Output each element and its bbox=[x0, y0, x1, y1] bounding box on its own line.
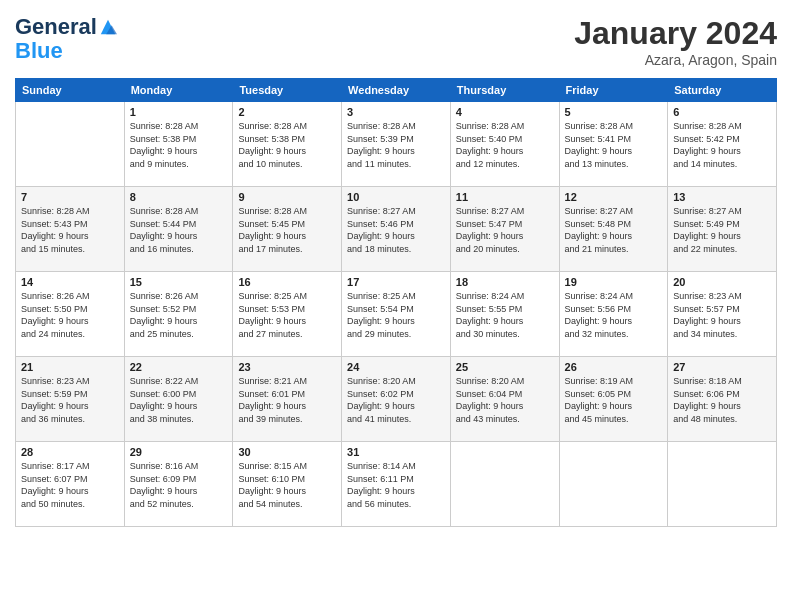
day-cell: 19Sunrise: 8:24 AM Sunset: 5:56 PM Dayli… bbox=[559, 272, 668, 357]
day-info: Sunrise: 8:24 AM Sunset: 5:56 PM Dayligh… bbox=[565, 290, 663, 340]
logo-icon bbox=[99, 18, 117, 36]
col-header-sunday: Sunday bbox=[16, 79, 125, 102]
day-info: Sunrise: 8:17 AM Sunset: 6:07 PM Dayligh… bbox=[21, 460, 119, 510]
day-info: Sunrise: 8:24 AM Sunset: 5:55 PM Dayligh… bbox=[456, 290, 554, 340]
day-number: 31 bbox=[347, 446, 445, 458]
day-cell: 14Sunrise: 8:26 AM Sunset: 5:50 PM Dayli… bbox=[16, 272, 125, 357]
day-number: 9 bbox=[238, 191, 336, 203]
header: General Blue January 2024 Azara, Aragon,… bbox=[15, 15, 777, 68]
day-cell: 21Sunrise: 8:23 AM Sunset: 5:59 PM Dayli… bbox=[16, 357, 125, 442]
col-header-tuesday: Tuesday bbox=[233, 79, 342, 102]
day-cell: 30Sunrise: 8:15 AM Sunset: 6:10 PM Dayli… bbox=[233, 442, 342, 527]
calendar-table: SundayMondayTuesdayWednesdayThursdayFrid… bbox=[15, 78, 777, 527]
day-info: Sunrise: 8:23 AM Sunset: 5:57 PM Dayligh… bbox=[673, 290, 771, 340]
day-cell: 2Sunrise: 8:28 AM Sunset: 5:38 PM Daylig… bbox=[233, 102, 342, 187]
week-row-3: 14Sunrise: 8:26 AM Sunset: 5:50 PM Dayli… bbox=[16, 272, 777, 357]
day-info: Sunrise: 8:28 AM Sunset: 5:43 PM Dayligh… bbox=[21, 205, 119, 255]
day-number: 27 bbox=[673, 361, 771, 373]
day-info: Sunrise: 8:26 AM Sunset: 5:50 PM Dayligh… bbox=[21, 290, 119, 340]
day-cell: 8Sunrise: 8:28 AM Sunset: 5:44 PM Daylig… bbox=[124, 187, 233, 272]
day-info: Sunrise: 8:28 AM Sunset: 5:38 PM Dayligh… bbox=[130, 120, 228, 170]
day-info: Sunrise: 8:16 AM Sunset: 6:09 PM Dayligh… bbox=[130, 460, 228, 510]
day-number: 13 bbox=[673, 191, 771, 203]
day-info: Sunrise: 8:28 AM Sunset: 5:38 PM Dayligh… bbox=[238, 120, 336, 170]
day-info: Sunrise: 8:28 AM Sunset: 5:41 PM Dayligh… bbox=[565, 120, 663, 170]
day-info: Sunrise: 8:28 AM Sunset: 5:44 PM Dayligh… bbox=[130, 205, 228, 255]
col-header-thursday: Thursday bbox=[450, 79, 559, 102]
day-info: Sunrise: 8:23 AM Sunset: 5:59 PM Dayligh… bbox=[21, 375, 119, 425]
day-number: 26 bbox=[565, 361, 663, 373]
day-number: 21 bbox=[21, 361, 119, 373]
location-subtitle: Azara, Aragon, Spain bbox=[574, 52, 777, 68]
day-number: 8 bbox=[130, 191, 228, 203]
day-number: 11 bbox=[456, 191, 554, 203]
day-cell: 25Sunrise: 8:20 AM Sunset: 6:04 PM Dayli… bbox=[450, 357, 559, 442]
week-row-1: 1Sunrise: 8:28 AM Sunset: 5:38 PM Daylig… bbox=[16, 102, 777, 187]
day-number: 4 bbox=[456, 106, 554, 118]
logo: General Blue bbox=[15, 15, 117, 63]
col-header-friday: Friday bbox=[559, 79, 668, 102]
day-number: 17 bbox=[347, 276, 445, 288]
logo-general: General bbox=[15, 15, 97, 39]
calendar-page: General Blue January 2024 Azara, Aragon,… bbox=[0, 0, 792, 612]
day-number: 29 bbox=[130, 446, 228, 458]
day-info: Sunrise: 8:20 AM Sunset: 6:02 PM Dayligh… bbox=[347, 375, 445, 425]
day-number: 22 bbox=[130, 361, 228, 373]
day-info: Sunrise: 8:28 AM Sunset: 5:42 PM Dayligh… bbox=[673, 120, 771, 170]
day-info: Sunrise: 8:15 AM Sunset: 6:10 PM Dayligh… bbox=[238, 460, 336, 510]
day-number: 1 bbox=[130, 106, 228, 118]
day-cell: 20Sunrise: 8:23 AM Sunset: 5:57 PM Dayli… bbox=[668, 272, 777, 357]
day-cell: 27Sunrise: 8:18 AM Sunset: 6:06 PM Dayli… bbox=[668, 357, 777, 442]
day-info: Sunrise: 8:27 AM Sunset: 5:46 PM Dayligh… bbox=[347, 205, 445, 255]
day-info: Sunrise: 8:27 AM Sunset: 5:48 PM Dayligh… bbox=[565, 205, 663, 255]
day-number: 24 bbox=[347, 361, 445, 373]
day-cell bbox=[16, 102, 125, 187]
day-number: 3 bbox=[347, 106, 445, 118]
day-number: 5 bbox=[565, 106, 663, 118]
day-info: Sunrise: 8:25 AM Sunset: 5:53 PM Dayligh… bbox=[238, 290, 336, 340]
day-number: 14 bbox=[21, 276, 119, 288]
day-cell: 22Sunrise: 8:22 AM Sunset: 6:00 PM Dayli… bbox=[124, 357, 233, 442]
day-info: Sunrise: 8:26 AM Sunset: 5:52 PM Dayligh… bbox=[130, 290, 228, 340]
day-number: 2 bbox=[238, 106, 336, 118]
day-number: 20 bbox=[673, 276, 771, 288]
day-number: 16 bbox=[238, 276, 336, 288]
day-info: Sunrise: 8:14 AM Sunset: 6:11 PM Dayligh… bbox=[347, 460, 445, 510]
day-cell: 28Sunrise: 8:17 AM Sunset: 6:07 PM Dayli… bbox=[16, 442, 125, 527]
day-info: Sunrise: 8:27 AM Sunset: 5:49 PM Dayligh… bbox=[673, 205, 771, 255]
day-number: 12 bbox=[565, 191, 663, 203]
day-number: 25 bbox=[456, 361, 554, 373]
day-info: Sunrise: 8:27 AM Sunset: 5:47 PM Dayligh… bbox=[456, 205, 554, 255]
day-info: Sunrise: 8:28 AM Sunset: 5:45 PM Dayligh… bbox=[238, 205, 336, 255]
day-number: 30 bbox=[238, 446, 336, 458]
day-number: 15 bbox=[130, 276, 228, 288]
day-number: 28 bbox=[21, 446, 119, 458]
day-cell bbox=[559, 442, 668, 527]
day-cell: 6Sunrise: 8:28 AM Sunset: 5:42 PM Daylig… bbox=[668, 102, 777, 187]
day-cell: 5Sunrise: 8:28 AM Sunset: 5:41 PM Daylig… bbox=[559, 102, 668, 187]
day-cell: 13Sunrise: 8:27 AM Sunset: 5:49 PM Dayli… bbox=[668, 187, 777, 272]
day-number: 18 bbox=[456, 276, 554, 288]
title-block: January 2024 Azara, Aragon, Spain bbox=[574, 15, 777, 68]
day-cell: 4Sunrise: 8:28 AM Sunset: 5:40 PM Daylig… bbox=[450, 102, 559, 187]
day-cell: 15Sunrise: 8:26 AM Sunset: 5:52 PM Dayli… bbox=[124, 272, 233, 357]
day-cell: 26Sunrise: 8:19 AM Sunset: 6:05 PM Dayli… bbox=[559, 357, 668, 442]
month-title: January 2024 bbox=[574, 15, 777, 52]
day-cell: 17Sunrise: 8:25 AM Sunset: 5:54 PM Dayli… bbox=[342, 272, 451, 357]
day-info: Sunrise: 8:21 AM Sunset: 6:01 PM Dayligh… bbox=[238, 375, 336, 425]
day-cell: 12Sunrise: 8:27 AM Sunset: 5:48 PM Dayli… bbox=[559, 187, 668, 272]
day-cell: 10Sunrise: 8:27 AM Sunset: 5:46 PM Dayli… bbox=[342, 187, 451, 272]
day-cell: 11Sunrise: 8:27 AM Sunset: 5:47 PM Dayli… bbox=[450, 187, 559, 272]
day-cell: 29Sunrise: 8:16 AM Sunset: 6:09 PM Dayli… bbox=[124, 442, 233, 527]
day-info: Sunrise: 8:18 AM Sunset: 6:06 PM Dayligh… bbox=[673, 375, 771, 425]
day-info: Sunrise: 8:28 AM Sunset: 5:39 PM Dayligh… bbox=[347, 120, 445, 170]
day-cell: 7Sunrise: 8:28 AM Sunset: 5:43 PM Daylig… bbox=[16, 187, 125, 272]
day-number: 7 bbox=[21, 191, 119, 203]
day-info: Sunrise: 8:20 AM Sunset: 6:04 PM Dayligh… bbox=[456, 375, 554, 425]
week-row-4: 21Sunrise: 8:23 AM Sunset: 5:59 PM Dayli… bbox=[16, 357, 777, 442]
day-cell: 24Sunrise: 8:20 AM Sunset: 6:02 PM Dayli… bbox=[342, 357, 451, 442]
week-row-5: 28Sunrise: 8:17 AM Sunset: 6:07 PM Dayli… bbox=[16, 442, 777, 527]
day-cell bbox=[668, 442, 777, 527]
day-number: 6 bbox=[673, 106, 771, 118]
day-info: Sunrise: 8:28 AM Sunset: 5:40 PM Dayligh… bbox=[456, 120, 554, 170]
